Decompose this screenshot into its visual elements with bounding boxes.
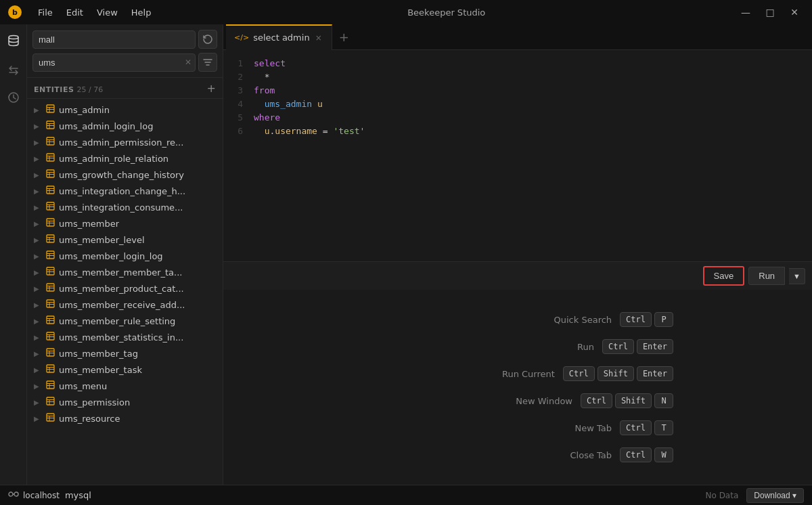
tab-close-icon[interactable]: × [314,32,323,44]
key-badge: Shift [597,366,634,381]
code-line: 3 from [223,85,812,99]
db-select[interactable]: mall [32,30,196,49]
code-line: 1 select [223,58,812,72]
table-icon [46,104,55,115]
entity-expand-icon: ▶ [34,188,42,195]
close-button[interactable]: ✕ [785,3,804,22]
entity-item[interactable]: ▶ ums_integration_change_h... [27,183,223,199]
entity-name: ums_member [59,219,119,229]
table-icon [46,413,55,424]
search-clear-icon[interactable]: ✕ [185,58,191,67]
entity-name: ums_member_tag [59,349,138,359]
entity-item[interactable]: ▶ ums_menu [27,378,223,394]
key-badge: Ctrl [620,420,652,435]
entity-item[interactable]: ▶ ums_admin [27,102,223,118]
statusbar-left: localhost mysql [8,489,91,502]
key-badge: Ctrl [602,339,634,354]
svg-rect-2 [47,105,54,112]
connection-label: localhost [23,491,60,500]
entity-item[interactable]: ▶ ums_member [27,215,223,232]
entity-item[interactable]: ▶ ums_member_receive_add... [27,297,223,313]
filter-button[interactable] [198,53,217,72]
entity-item[interactable]: ▶ ums_admin_permission_re... [27,134,223,150]
tab-select-admin[interactable]: </> select admin × [226,24,332,50]
key-badge: N [654,393,673,408]
entity-item[interactable]: ▶ ums_admin_login_log [27,118,223,134]
shortcut-keys: CtrlShiftEnter [563,366,673,381]
entity-expand-icon: ▶ [34,317,42,325]
entity-item[interactable]: ▶ ums_permission [27,394,223,410]
table-icon [46,380,55,391]
entity-expand-icon: ▶ [34,350,42,357]
window-controls: — □ ✕ [736,3,804,22]
svg-rect-70 [47,381,54,389]
db-refresh-button[interactable] [198,30,217,49]
entity-item[interactable]: ▶ ums_resource [27,410,223,426]
shortcut-label: Run Current [362,369,555,379]
entity-name: ums_member_task [59,365,142,375]
db-selector: mall ✕ [27,24,223,78]
menu-view[interactable]: View [91,5,123,20]
app-logo: b [8,5,22,19]
main-layout: mall ✕ [0,24,812,485]
entity-search-input[interactable] [32,53,196,72]
code-editor[interactable]: 1 select 2 * 3 from 4 ums_admin u 5 wher… [223,50,812,261]
entity-name: ums_member_level [59,235,145,245]
entity-panel: mall ✕ [27,24,223,485]
entity-item[interactable]: ▶ ums_growth_change_history [27,167,223,183]
key-badge: Shift [615,393,652,408]
tab-add-button[interactable]: + [332,24,356,50]
line-content: u.username = 'test' [254,126,812,136]
key-badge: P [654,312,673,327]
entity-item[interactable]: ▶ ums_member_rule_setting [27,313,223,329]
entity-item[interactable]: ▶ ums_member_level [27,232,223,248]
entity-item[interactable]: ▶ ums_integration_consume... [27,199,223,215]
menu-help[interactable]: Help [126,5,157,20]
entities-header: ENTITIES 25 / 76 + [27,78,223,99]
svg-rect-74 [47,397,54,405]
add-entity-button[interactable]: + [207,83,216,94]
shortcut-keys: CtrlT [620,420,673,435]
maximize-button[interactable]: □ [761,3,780,22]
shortcut-row: Quick Search CtrlP [362,312,673,327]
app-title: Beekeeper Studio [407,7,485,18]
content-area: </> select admin × + 1 select 2 * 3 from… [223,24,812,485]
svg-rect-14 [47,154,54,161]
entity-item[interactable]: ▶ ums_member_login_log [27,248,223,264]
arrows-icon[interactable] [3,60,24,81]
database-icon[interactable] [3,30,24,51]
table-icon [46,267,55,278]
entities-label: ENTITIES [34,85,74,94]
history-icon[interactable] [3,87,24,108]
run-button[interactable]: Run [748,267,785,285]
shortcut-label: Run [362,342,594,352]
menu-file[interactable]: File [32,5,58,20]
entity-name: ums_member_statistics_in... [59,332,183,343]
menu-edit[interactable]: Edit [61,5,89,20]
key-badge: W [654,447,673,462]
entity-expand-icon: ▶ [34,106,42,114]
entity-item[interactable]: ▶ ums_admin_role_relation [27,150,223,167]
entity-item[interactable]: ▶ ums_member_tag [27,345,223,361]
entity-name: ums_permission [59,397,130,408]
svg-rect-50 [47,300,54,307]
shortcut-row: Run CtrlEnter [362,339,673,354]
entity-name: ums_admin_permission_re... [59,137,183,148]
svg-point-83 [14,492,18,496]
run-arrow-button[interactable]: ▼ [789,268,805,284]
entity-item[interactable]: ▶ ums_member_product_cat... [27,280,223,297]
entity-item[interactable]: ▶ ums_member_statistics_in... [27,329,223,345]
entity-item[interactable]: ▶ ums_member_task [27,361,223,378]
minimize-button[interactable]: — [736,3,755,22]
entity-name: ums_integration_change_h... [59,186,185,196]
titlebar-left: b File Edit View Help [8,5,156,20]
entity-expand-icon: ▶ [34,204,42,211]
entity-item[interactable]: ▶ ums_member_member_ta... [27,264,223,280]
search-row: ✕ [32,53,217,72]
line-content: ums_admin u [254,99,812,109]
entity-name: ums_member_receive_add... [59,300,185,310]
svg-rect-62 [47,349,54,356]
svg-rect-22 [47,186,54,194]
download-button[interactable]: Download ▾ [746,488,804,503]
save-button[interactable]: Save [703,266,745,286]
